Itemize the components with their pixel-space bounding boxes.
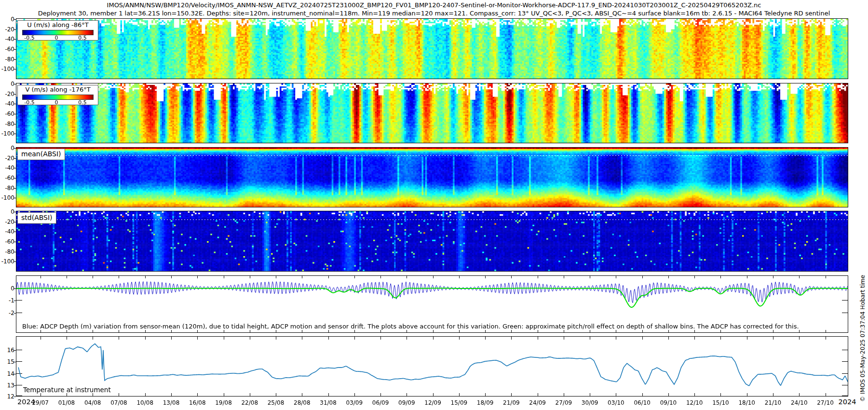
x-tick-label: 21/09 [503,399,520,406]
x-tick-label: 09/09 [398,399,415,406]
temperature-label: Temperature at instrument [23,386,111,394]
y-tick-mark [14,252,16,252]
temperature-plot [16,337,848,396]
colorbar-v-tick: 0 [55,99,58,106]
y-tick-label: -20 [0,26,14,33]
y-tick-mark [14,39,16,40]
y-tick-mark [14,168,16,168]
x-tick-label: 24/09 [529,399,546,406]
y-tick-label: -40 [0,100,14,107]
colorbar-u-tick: 0.5 [78,35,87,41]
y-tick-label: -80 [0,121,14,127]
x-tick-label: 12/10 [686,399,703,406]
x-tick-label: 13/08 [163,399,180,406]
x-tick-label: 04/08 [84,399,101,406]
y-tick-label: -100 [0,258,14,265]
y-tick-mark [14,178,16,178]
std-absi-heatmap [16,211,848,271]
mean-absi-label: mean(ABSI) [17,149,65,160]
y-tick-label: 0 [0,145,14,151]
y-tick-label: 0 [0,208,14,215]
x-tick-label: 03/10 [608,399,624,406]
panel-depth-variation: Blue: ADCP Depth (m) variation from sens… [16,275,848,333]
panel-std-absi: std(ABSI) 0-20-40-60-80-100 [16,211,848,272]
y-tick-label: -100 [0,194,14,201]
x-axis-year-right: 2024 [839,398,856,406]
x-tick-label: 06/10 [634,399,651,406]
x-tick-label: 22/08 [241,399,258,406]
y-tick-label: 15 [0,358,14,365]
y-tick-mark [14,261,16,262]
y-tick-mark [14,29,16,30]
y-tick-label: -1 [0,297,14,304]
x-tick-label: 25/08 [268,399,285,406]
figure-title-line2: Deployment 30, member 1 lat=36.21S lon=1… [0,10,868,17]
y-tick-mark [14,104,16,104]
y-tick-mark [14,19,16,20]
x-tick-label: 10/08 [136,399,153,406]
x-axis: 2024 2024 29/0701/0804/0807/0810/0813/08… [0,398,868,408]
y-tick-mark [14,49,16,50]
x-tick-label: 09/10 [660,399,677,406]
y-tick-mark [14,350,16,351]
y-tick-mark [14,288,16,289]
y-tick-label: -20 [0,219,14,225]
y-tick-mark [14,222,16,222]
y-tick-mark [14,232,16,232]
y-tick-label: 14 [0,370,14,377]
x-tick-label: 18/10 [738,399,755,406]
y-tick-mark [14,94,16,95]
x-tick-label: 19/08 [215,399,232,406]
y-tick-label: 16 [0,347,14,354]
y-tick-mark [14,124,16,124]
x-tick-label: 31/08 [320,399,337,406]
y-tick-mark [14,301,16,301]
x-tick-label: 16/08 [189,399,206,406]
x-tick-label: 15/10 [712,399,729,406]
x-tick-label: 28/08 [294,399,311,406]
y-tick-label: 0 [0,81,14,87]
y-tick-label: 0 [0,16,14,23]
legend-v: V (m/s) along -176°T -0.5 0 0.5 [17,85,98,105]
colorbar-v-tick: -0.5 [24,99,34,106]
x-tick-label: 21/10 [765,399,782,406]
x-tick-label: 18/09 [477,399,494,406]
y-tick-label: -2 [0,310,14,316]
y-tick-mark [14,84,16,84]
y-tick-label: -80 [0,185,14,191]
y-tick-label: -60 [0,110,14,117]
legend-v-title: V (m/s) along -176°T [18,85,98,94]
y-tick-mark [14,242,16,242]
panel-v-velocity: V (m/s) along -176°T -0.5 0 0.5 0-20-40-… [16,83,848,143]
y-tick-label: 0 [0,285,14,292]
y-tick-mark [14,148,16,149]
panel-temperature: Temperature at instrument 1615141312 [16,336,848,396]
x-tick-label: 30/09 [582,399,598,406]
y-tick-mark [14,158,16,159]
y-tick-label: -100 [0,130,14,137]
y-tick-label: -40 [0,36,14,42]
y-tick-mark [14,396,16,397]
x-tick-label: 12/09 [424,399,441,406]
colorbar-v-tick: 0.5 [78,99,87,106]
panel-mean-absi: mean(ABSI) 0-20-40-60-80-100 [16,147,848,207]
y-tick-label: -20 [0,155,14,162]
y-tick-label: -40 [0,228,14,235]
y-tick-label: 13 [0,382,14,389]
x-tick-label: 27/10 [817,399,834,406]
y-tick-label: -40 [0,164,14,171]
figure-title-line1: IMOS/ANMN/NSW/BMP120/Velocity/IMOS_ANMN-… [0,1,868,9]
y-tick-mark [14,212,16,212]
x-tick-label: 24/10 [791,399,808,406]
x-tick-label: 01/08 [58,399,75,406]
y-tick-label: -60 [0,238,14,245]
y-tick-label: -60 [0,46,14,53]
legend-u-title: U (m/s) along -86°T [18,21,98,29]
copyright-timestamp: © IMOS 05-May-2025 07:37:04 Hobart time [859,275,866,402]
x-tick-label: 27/09 [556,399,572,406]
y-tick-mark [14,134,16,134]
y-tick-label: -80 [0,56,14,63]
y-tick-mark [14,114,16,114]
y-tick-mark [14,69,16,69]
y-tick-mark [14,385,16,386]
